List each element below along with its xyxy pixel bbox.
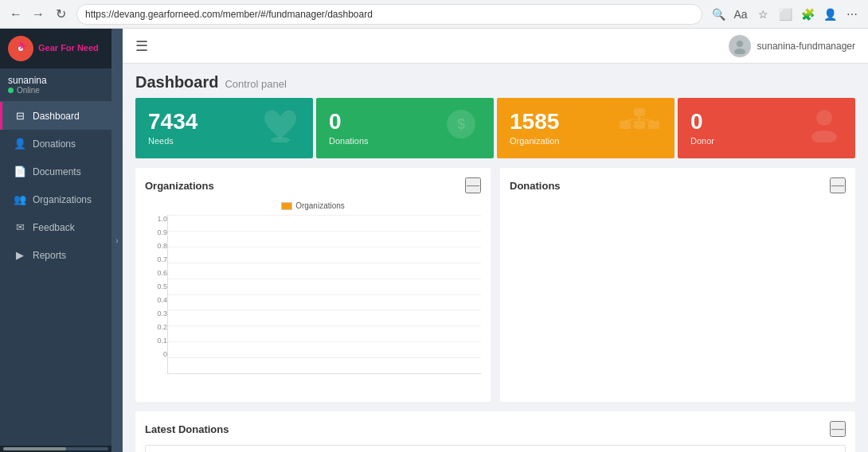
latest-donations-panel: Latest Donations — Latest Donations bbox=[135, 411, 855, 452]
donations-chart-area bbox=[510, 201, 846, 384]
sidebar-item-label: Dashboard bbox=[33, 111, 80, 122]
url-text: https://devang.gearforneed.com/member/#/… bbox=[85, 9, 373, 20]
more-button[interactable]: ⋯ bbox=[843, 5, 862, 24]
logo-icon bbox=[8, 36, 33, 61]
donations-icon: 👤 bbox=[14, 138, 26, 150]
svg-line-12 bbox=[639, 119, 654, 121]
sidebar-scrollbar bbox=[0, 446, 111, 452]
y-label-0: 0 bbox=[145, 350, 167, 358]
grid-line bbox=[168, 215, 481, 216]
app-container: Gear For Need sunanina Online ⊟ Dashboar… bbox=[0, 29, 868, 452]
topbar: ☰ sunanina-fundmanager bbox=[123, 29, 868, 64]
svg-point-3 bbox=[271, 137, 290, 142]
svg-point-13 bbox=[816, 110, 832, 126]
org-chart-title: Organizations bbox=[145, 180, 214, 192]
grid-line bbox=[168, 310, 481, 310]
page-header: Dashboard Control panel bbox=[123, 64, 868, 98]
sidebar-item-organizations[interactable]: 👥 Organizations bbox=[0, 185, 111, 213]
y-label-01: 0.1 bbox=[145, 337, 167, 345]
stat-card-donations: 0 Donations $ bbox=[316, 98, 494, 158]
organizations-icon: 👥 bbox=[14, 193, 26, 205]
donations-icon: $ bbox=[441, 107, 481, 150]
sidebar-item-label: Feedback bbox=[33, 222, 75, 233]
grid-line bbox=[168, 341, 481, 342]
grid-line bbox=[168, 247, 481, 247]
legend-color bbox=[281, 202, 292, 210]
sidebar-item-label: Reports bbox=[33, 250, 66, 261]
bookmark-button[interactable]: ☆ bbox=[753, 5, 772, 24]
toggle-arrow: › bbox=[115, 236, 118, 245]
y-label-05: 0.5 bbox=[145, 282, 167, 290]
sidebar-item-documents[interactable]: 📄 Documents bbox=[0, 158, 111, 185]
scrollbar-track bbox=[3, 447, 108, 450]
extensions-button[interactable]: 🧩 bbox=[798, 5, 817, 24]
donations-minimize-button[interactable]: — bbox=[830, 177, 846, 193]
org-panel-header: Organizations — bbox=[145, 177, 481, 193]
grid-line bbox=[168, 231, 481, 232]
dashboard-icon: ⊟ bbox=[14, 110, 26, 122]
sidebar-item-donations[interactable]: 👤 Donations bbox=[0, 130, 111, 158]
donor-icon bbox=[807, 107, 843, 150]
reload-button[interactable]: ↻ bbox=[51, 5, 70, 24]
donations-panel-header: Donations — bbox=[510, 177, 846, 193]
forward-button[interactable]: → bbox=[29, 5, 48, 24]
gear-icon bbox=[11, 39, 30, 58]
user-section: sunanina Online bbox=[0, 68, 111, 102]
sidebar-wrapper: Gear For Need sunanina Online ⊟ Dashboar… bbox=[0, 29, 123, 452]
latest-donations-header: Latest Donations — bbox=[145, 421, 846, 437]
status-text: Online bbox=[17, 86, 40, 95]
donations-section: Latest Donations — Latest Donations bbox=[123, 411, 868, 452]
topbar-right: sunanina-fundmanager bbox=[729, 35, 855, 57]
svg-point-14 bbox=[811, 131, 837, 142]
org-chart-area: Organizations 0 0.1 0.2 0.3 0.4 0.5 0.6 bbox=[145, 201, 481, 392]
y-label-09: 0.9 bbox=[145, 228, 167, 236]
organization-icon bbox=[618, 107, 662, 150]
latest-donations-minimize[interactable]: — bbox=[830, 421, 846, 437]
stat-card-organization: 1585 Organization bbox=[497, 98, 674, 158]
latest-donations-sub-panel: Latest Donations bbox=[145, 445, 846, 452]
sidebar-item-feedback[interactable]: ✉ Feedback bbox=[0, 213, 111, 241]
split-view-button[interactable]: ⬜ bbox=[776, 5, 795, 24]
sidebar-item-reports[interactable]: ▶ Reports bbox=[0, 241, 111, 269]
sidebar: Gear For Need sunanina Online ⊟ Dashboar… bbox=[0, 29, 111, 452]
main-content: ☰ sunanina-fundmanager Dashboard Control… bbox=[123, 29, 868, 452]
status-indicator bbox=[8, 88, 14, 93]
stat-card-needs: 7434 Needs bbox=[135, 98, 313, 158]
user-avatar bbox=[729, 35, 751, 57]
page-title: Dashboard bbox=[135, 73, 218, 92]
profile-button[interactable]: 👤 bbox=[820, 5, 839, 24]
stats-row: 7434 Needs 0 Donations $ bbox=[123, 98, 868, 168]
grid-line bbox=[168, 294, 481, 295]
search-browser-button[interactable]: 🔍 bbox=[709, 5, 728, 24]
y-label-04: 0.4 bbox=[145, 296, 167, 304]
username: sunanina bbox=[8, 75, 104, 86]
y-label-03: 0.3 bbox=[145, 310, 167, 318]
sidebar-toggle[interactable]: › bbox=[111, 29, 123, 452]
y-label-02: 0.2 bbox=[145, 323, 167, 331]
user-status: Online bbox=[8, 86, 104, 95]
charts-row: Organizations — Organizations 0 bbox=[123, 168, 868, 411]
donations-chart-panel: Donations — bbox=[500, 168, 855, 402]
stat-card-donor: 0 Donor bbox=[678, 98, 855, 158]
browser-action-buttons: 🔍 Aa ☆ ⬜ 🧩 👤 ⋯ bbox=[709, 5, 862, 24]
svg-point-2 bbox=[734, 49, 745, 54]
chart-legend: Organizations bbox=[145, 201, 481, 210]
back-button[interactable]: ← bbox=[6, 5, 25, 24]
feedback-icon: ✉ bbox=[14, 221, 26, 233]
svg-rect-9 bbox=[648, 121, 659, 129]
hamburger-menu[interactable]: ☰ bbox=[135, 37, 148, 55]
address-bar[interactable]: https://devang.gearforneed.com/member/#/… bbox=[76, 4, 702, 25]
topbar-username: sunanina-fundmanager bbox=[757, 41, 855, 52]
org-minimize-button[interactable]: — bbox=[465, 177, 481, 193]
y-axis: 0 0.1 0.2 0.3 0.4 0.5 0.6 0.7 0.8 0.9 1.… bbox=[145, 215, 167, 366]
svg-rect-7 bbox=[620, 121, 631, 129]
grid-line bbox=[168, 325, 481, 326]
nav-menu: ⊟ Dashboard 👤 Donations 📄 Documents 👥 Or… bbox=[0, 102, 111, 446]
sidebar-item-dashboard[interactable]: ⊟ Dashboard bbox=[0, 102, 111, 130]
svg-line-11 bbox=[625, 119, 639, 121]
reader-mode-button[interactable]: Aa bbox=[731, 5, 750, 24]
grid-line bbox=[168, 263, 481, 263]
user-image bbox=[732, 38, 748, 54]
grid-line bbox=[168, 357, 481, 358]
documents-icon: 📄 bbox=[14, 166, 26, 177]
